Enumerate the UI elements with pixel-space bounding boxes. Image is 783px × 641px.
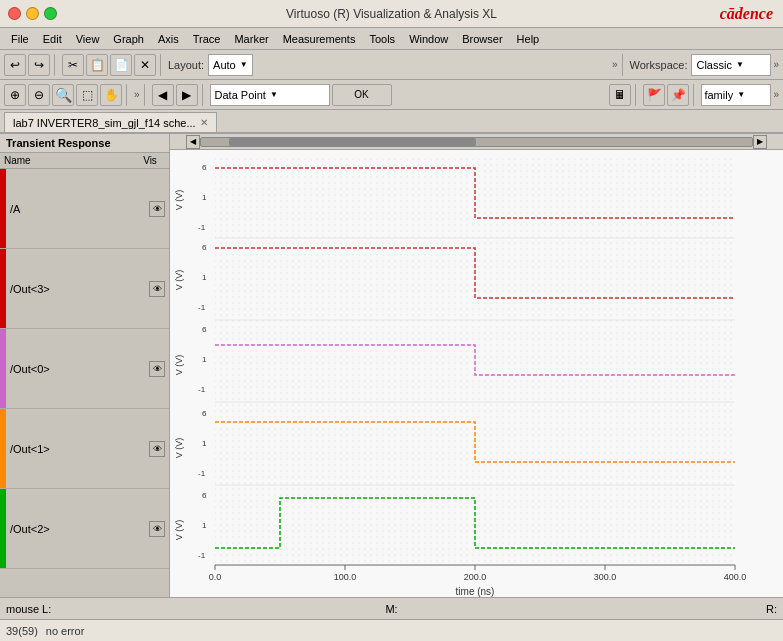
datapoint-dropdown-arrow: ▼ (270, 90, 278, 99)
vis-icon-out3[interactable]: 👁 (149, 281, 165, 297)
separator6 (202, 84, 206, 106)
datapoint-accept-button[interactable]: OK (332, 84, 392, 106)
separator4 (126, 84, 130, 106)
y-tick-out1-m1: -1 (198, 469, 206, 478)
flag-button[interactable]: 🚩 (643, 84, 665, 106)
vis-icon-out0[interactable]: 👁 (149, 361, 165, 377)
zoom-fit-button[interactable]: ⊕ (4, 84, 26, 106)
signal-vis-out3[interactable]: 👁 (145, 281, 169, 297)
family-dropdown[interactable]: family ▼ (701, 84, 771, 106)
minimize-button[interactable] (26, 7, 39, 20)
r-status: R: (525, 603, 777, 615)
vis-icon-out1[interactable]: 👁 (149, 441, 165, 457)
x-label-400: 400.0 (724, 572, 747, 582)
layout-dropdown[interactable]: Auto ▼ (208, 54, 253, 76)
scrollbar-left[interactable]: ◀ (186, 135, 200, 149)
y-tick-out3-6: 6 (202, 243, 207, 252)
workspace-label: Workspace: (630, 59, 688, 71)
mouse-status: mouse L: (6, 603, 258, 615)
toolbar1-expand2[interactable]: » (773, 59, 779, 70)
signal-row-a[interactable]: /A 👁 (0, 169, 169, 249)
menu-view[interactable]: View (70, 31, 106, 47)
paste-button[interactable]: 📄 (110, 54, 132, 76)
y-label-out0: V (V) (174, 355, 184, 376)
menu-marker[interactable]: Marker (228, 31, 274, 47)
panel-title: Transient Response (0, 134, 169, 153)
menu-axis[interactable]: Axis (152, 31, 185, 47)
status-bar2: 39(59) no error (0, 619, 783, 641)
separator8 (693, 84, 697, 106)
menu-window[interactable]: Window (403, 31, 454, 47)
toolbar2-expand2[interactable]: » (773, 89, 779, 100)
window-controls[interactable] (8, 7, 57, 20)
copy-button[interactable]: 📋 (86, 54, 108, 76)
marker-button[interactable]: 📌 (667, 84, 689, 106)
m-status: M: (266, 603, 518, 615)
menu-measurements[interactable]: Measurements (277, 31, 362, 47)
datapoint-value: Data Point (215, 89, 266, 101)
signal-vis-out2[interactable]: 👁 (145, 521, 169, 537)
calc-button[interactable]: 🖩 (609, 84, 631, 106)
signal-row-out2[interactable]: /Out<2> 👁 (0, 489, 169, 569)
maximize-button[interactable] (44, 7, 57, 20)
pan-button[interactable]: ✋ (100, 84, 122, 106)
cut-button[interactable]: ✂ (62, 54, 84, 76)
separator7 (635, 84, 639, 106)
delete-button[interactable]: ✕ (134, 54, 156, 76)
layout-dropdown-arrow: ▼ (240, 60, 248, 69)
toolbar2-expand[interactable]: » (134, 89, 140, 100)
y-label-out3: V (V) (174, 270, 184, 291)
menu-graph[interactable]: Graph (107, 31, 150, 47)
menu-file[interactable]: File (5, 31, 35, 47)
signal-row-out3[interactable]: /Out<3> 👁 (0, 249, 169, 329)
chart-svg: V (V) 6 1 -1 V (V) 6 1 -1 V (V) 6 1 (170, 150, 783, 597)
signal-vis-a[interactable]: 👁 (145, 201, 169, 217)
chart-area: ◀ ▶ V (V) 6 (170, 134, 783, 597)
y-tick-out2-6: 6 (202, 491, 207, 500)
x-label-100: 100.0 (334, 572, 357, 582)
signal-vis-out0[interactable]: 👁 (145, 361, 169, 377)
toolbar1-nav: ↩ ↪ ✂ 📋 📄 ✕ (4, 54, 166, 76)
vis-icon-a[interactable]: 👁 (149, 201, 165, 217)
toolbar1-expand[interactable]: » (612, 59, 618, 70)
datapoint-dropdown[interactable]: Data Point ▼ (210, 84, 330, 106)
y-tick-a-m1: -1 (198, 223, 206, 232)
y-tick-out0-m1: -1 (198, 385, 206, 394)
undo-button[interactable]: ↩ (4, 54, 26, 76)
menu-browser[interactable]: Browser (456, 31, 508, 47)
menu-help[interactable]: Help (511, 31, 546, 47)
vis-icon-out2[interactable]: 👁 (149, 521, 165, 537)
x-label-0: 0.0 (209, 572, 222, 582)
tab-label: lab7 INVERTER8_sim_gjl_f14 sche... (13, 117, 196, 129)
main-tab[interactable]: lab7 INVERTER8_sim_gjl_f14 sche... ✕ (4, 112, 217, 132)
zoom-in-button[interactable]: 🔍 (52, 84, 74, 106)
scrollbar-thumb[interactable] (229, 138, 477, 146)
close-button[interactable] (8, 7, 21, 20)
zoom-out-button[interactable]: ⊖ (28, 84, 50, 106)
y-tick-out0-1: 1 (202, 355, 207, 364)
scrollbar-right[interactable]: ▶ (753, 135, 767, 149)
scrollbar-track[interactable] (200, 137, 753, 147)
signal-name-out0: /Out<0> (6, 363, 145, 375)
zoom-box-button[interactable]: ⬚ (76, 84, 98, 106)
prev-button[interactable]: ◀ (152, 84, 174, 106)
next-button[interactable]: ▶ (176, 84, 198, 106)
tab-bar: lab7 INVERTER8_sim_gjl_f14 sche... ✕ (0, 110, 783, 134)
workspace-dropdown[interactable]: Classic ▼ (691, 54, 771, 76)
redo-button[interactable]: ↪ (28, 54, 50, 76)
window-title: Virtuoso (R) Visualization & Analysis XL (286, 7, 497, 21)
signal-row-out1[interactable]: /Out<1> 👁 (0, 409, 169, 489)
signal-vis-out1[interactable]: 👁 (145, 441, 169, 457)
tab-close-icon[interactable]: ✕ (200, 117, 208, 128)
toolbar1-workspace: Workspace: Classic ▼ (630, 54, 772, 76)
menu-tools[interactable]: Tools (363, 31, 401, 47)
x-label-200: 200.0 (464, 572, 487, 582)
signal-row-out0[interactable]: /Out<0> 👁 (0, 329, 169, 409)
menu-trace[interactable]: Trace (187, 31, 227, 47)
menu-edit[interactable]: Edit (37, 31, 68, 47)
separator3 (622, 54, 626, 76)
workspace-value: Classic (696, 59, 731, 71)
workspace-dropdown-arrow: ▼ (736, 60, 744, 69)
h-scrollbar[interactable]: ◀ ▶ (170, 134, 783, 150)
signal-name-out1: /Out<1> (6, 443, 145, 455)
